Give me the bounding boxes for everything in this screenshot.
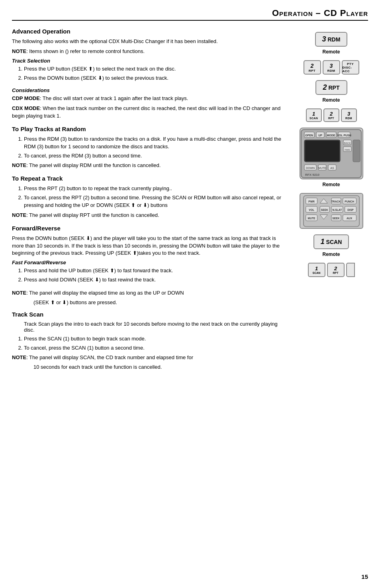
rpt-bottom-label: RPT (333, 271, 339, 274)
note-colon: : Items shown in () refer to remote cont… (26, 48, 145, 54)
rdm-label: RDM (328, 36, 341, 43)
svg-text:BACK: BACK (344, 142, 351, 144)
play-random-item-2: To cancel, press the RDM (3) button a se… (24, 152, 286, 160)
play-random-title: To Play Tracks at Random (12, 126, 286, 132)
svg-text:MODE: MODE (327, 134, 335, 137)
fwd-rev-note-text: : The panel will display the elapsed tim… (26, 290, 184, 296)
rpt-label-2: RPT (328, 85, 339, 91)
three-btn-widget: 2 RPT 3 RDM PTY DISC-ACC (294, 60, 368, 75)
track-scan-note-bold: NOTE (12, 354, 26, 360)
rpt-btn-row2: 2 RPT (323, 108, 339, 122)
track-scan-title: Track Scan (12, 311, 286, 318)
track-selection-item-1: Press the UP button (SEEK ⬆) to select t… (24, 65, 286, 73)
svg-text:N.SLAT: N.SLAT (332, 208, 342, 211)
track-selection-section: Track Selection Press the UP button (SEE… (12, 58, 286, 82)
rpt-label-row2: RPT (328, 117, 334, 120)
svg-text:PWR: PWR (308, 200, 315, 203)
repeat-track-list: Press the RPT (2) button to to repeat th… (24, 185, 286, 209)
scan-remote-button: 1 SCAN (313, 234, 349, 249)
track-scan-item-1: Press the SCAN (1) button to begin track… (24, 335, 286, 343)
svg-text:SEEK: SEEK (321, 208, 328, 211)
scan-num: 1 (312, 111, 315, 117)
svg-text:PUNCH: PUNCH (345, 200, 354, 203)
cdx-mode-text: CDX MODE: When the last track number on … (12, 105, 286, 120)
advanced-operation-note: NOTE: Items shown in () refer to remote … (12, 48, 286, 55)
repeat-track-item-1: Press the RPT (2) button to to repeat th… (24, 185, 286, 193)
forward-reverse-body: Press the DOWN button (SEEK ⬇) and the p… (12, 235, 286, 258)
play-random-list: Press the RDM (3) button to randomize th… (24, 136, 286, 160)
repeat-track-note-text: : The panel will display RPT until the f… (26, 212, 159, 218)
svg-text:TRACK: TRACK (331, 200, 341, 203)
considerations-section: Considerations CDP MODE: The disc will s… (12, 87, 286, 120)
cdp-mode-text: CDP MODE: The disc will start over at tr… (12, 95, 286, 102)
scan-widget-group: 1 SCAN Remote (294, 234, 368, 257)
forward-reverse-title: Forward/Reverse (12, 225, 286, 232)
svg-text:OPEN: OPEN (305, 134, 313, 137)
svg-text:MUTE: MUTE (308, 217, 315, 220)
rdm-num: 3 (322, 35, 326, 43)
bottom-scan-rpt-widget: 1 SCAN 2 RPT (294, 263, 368, 277)
svg-text:AS: AS (330, 167, 334, 169)
repeat-track-item-2: To cancel, press the RPT (2) button a se… (24, 194, 286, 209)
page-number: 15 (361, 573, 368, 580)
page-container: Operation – CD Player Advanced Operation… (0, 0, 380, 588)
track-scan-note-indent: 10 seconds for each track until the func… (33, 364, 286, 370)
fwd-rev-note-bold: NOTE (12, 290, 26, 296)
pty-btn: PTY DISC-ACC (342, 60, 359, 75)
note-bold: NOTE (12, 48, 26, 54)
rdm-btn-row2: 3 RDM (341, 108, 357, 122)
svg-text:SEEK: SEEK (332, 217, 339, 220)
track-scan-item-2: To cancel, press the SCAN (1) button a s… (24, 344, 286, 352)
rdm-btn-3: 3 RDM (323, 60, 340, 75)
rdm-remote-button: 3 RDM (315, 32, 348, 47)
device-image: OPEN UP MODE VOL PUSH BACK (300, 128, 363, 179)
svg-rect-15 (353, 140, 360, 162)
track-scan-note: NOTE: The panel will display SCAN, the C… (12, 354, 286, 362)
scan-rpt-rdm-widget: 1 SCAN 2 RPT 3 RDM (294, 108, 368, 122)
fast-fwd-list: Press and hold the UP button (SEEK ⬆) to… (24, 267, 286, 284)
rpt-btn-2: 2 RPT (304, 60, 321, 75)
track-selection-list: Press the UP button (SEEK ⬆) to select t… (24, 65, 286, 82)
rpt-num: 2 (311, 63, 314, 69)
device-svg: OPEN UP MODE VOL PUSH BACK (300, 129, 362, 179)
track-scan-note-text: : The panel will display SCAN, the CD tr… (26, 354, 193, 360)
scan-btn-num: 1 (321, 238, 325, 246)
repeat-track-section: To Repeat a Track Press the RPT (2) butt… (12, 175, 286, 219)
remote-label-3: Remote (322, 182, 340, 187)
repeat-track-note-bold: NOTE (12, 212, 26, 218)
small-remote-widget: PWR TRACK PUNCH VOL SE (294, 193, 368, 229)
fast-fwd-item-1: Press and hold the UP button (SEEK ⬆) to… (24, 267, 286, 275)
partial-btn (346, 263, 355, 277)
svg-text:VOL: VOL (309, 208, 314, 211)
rdm-num-3: 3 (330, 63, 333, 69)
svg-text:MUTE: MUTE (318, 167, 326, 169)
svg-text:UP: UP (318, 134, 322, 137)
advanced-operation-intro: The following also works with the option… (12, 38, 286, 45)
content-wrapper: Advanced Operation The following also wo… (12, 28, 368, 376)
disc-acc-label: DISC-ACC (343, 66, 358, 73)
fwd-rev-note: NOTE: The panel will display the elapsed… (12, 289, 286, 297)
rpt-num-row2: 2 (330, 111, 333, 117)
advanced-operation-section: Advanced Operation The following also wo… (12, 28, 286, 120)
rdm-num-row2: 3 (347, 111, 350, 117)
cdx-mode-bold: CDX MODE (12, 105, 40, 111)
svg-text:RFX 9210: RFX 9210 (305, 173, 320, 177)
play-random-note-text: : The panel will display RDM until the f… (26, 162, 161, 168)
fwd-rev-note-indent: (SEEK ⬆ or ⬇) buttons are pressed. (33, 299, 286, 305)
track-scan-list: Press the SCAN (1) button to begin track… (24, 335, 286, 352)
pty-label: PTY (347, 62, 354, 66)
play-random-note: NOTE: The panel will display RDM until t… (12, 162, 286, 169)
remote-label-1: Remote (322, 49, 340, 55)
cdp-mode-desc: : The disc will start over at track 1 ag… (40, 95, 188, 101)
remote-panel-svg: PWR TRACK PUNCH VOL SE (303, 194, 360, 228)
page-title: Operation – CD Player (272, 8, 368, 18)
fast-fwd-section: Fast Forward/Reverse Press and hold the … (12, 260, 286, 284)
rpt-bottom-btn: 2 RPT (327, 263, 345, 277)
rdm-label-row2: RDM (345, 117, 352, 120)
svg-rect-10 (305, 141, 339, 161)
device-widget-group: OPEN UP MODE VOL PUSH BACK (294, 128, 368, 187)
scan-bottom-btn: 1 SCAN (308, 263, 325, 277)
forward-reverse-section: Forward/Reverse Press the DOWN button (S… (12, 225, 286, 305)
scan-btn-1: 1 SCAN (306, 108, 322, 122)
scan-rpt-rdm-row: 1 SCAN 2 RPT 3 RDM (306, 108, 357, 122)
